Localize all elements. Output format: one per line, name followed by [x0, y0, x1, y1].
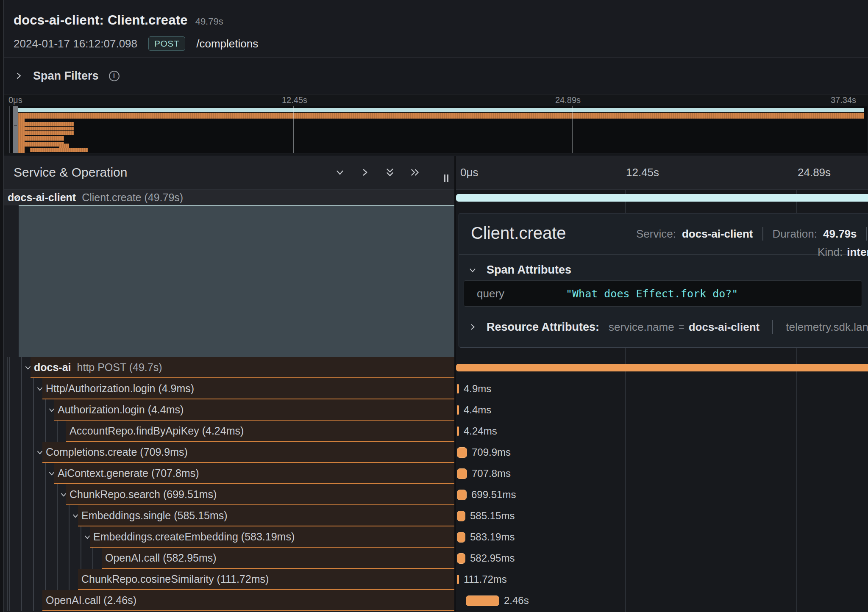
- chevron-down-icon[interactable]: [47, 469, 56, 478]
- span-tree-header: Service & Operation: [4, 156, 454, 190]
- span-operation-name: Authorization.login (4.4ms): [58, 404, 184, 416]
- span-row-surface[interactable]: Http/Authorization.login (4.9ms): [42, 378, 454, 399]
- span-duration-bar[interactable]: [457, 511, 465, 521]
- span-attribute-row[interactable]: query "What does Effect.fork do?": [464, 280, 862, 307]
- span-row-surface[interactable]: AiContext.generate (707.8ms): [54, 463, 454, 484]
- minimap-drag-handle[interactable]: [13, 106, 18, 153]
- span-operation-name: OpenAI.call (582.95ms): [105, 552, 217, 564]
- chevron-down-icon[interactable]: [24, 363, 32, 372]
- span-duration-bar[interactable]: [457, 426, 459, 436]
- chevron-down-icon[interactable]: [12, 194, 20, 202]
- timeline-row[interactable]: 582.95ms: [456, 548, 868, 569]
- span-tree-row[interactable]: ChunkRepo.cosineSimilarity (111.72ms): [4, 569, 454, 590]
- timeline-row[interactable]: [456, 190, 868, 205]
- panel-resize-handle[interactable]: [444, 174, 448, 182]
- chevron-down-icon[interactable]: [47, 406, 56, 414]
- timeline-row[interactable]: 2.46s: [456, 590, 868, 611]
- span-row-surface[interactable]: Completions.create (709.9ms): [42, 442, 454, 463]
- span-row-surface[interactable]: Embeddings.createEmbedding (583.19ms): [90, 526, 454, 548]
- chevron-down-icon[interactable]: [36, 385, 44, 393]
- expand-all-icon[interactable]: [409, 167, 420, 178]
- span-row-surface[interactable]: ChunkRepo.cosineSimilarity (111.72ms): [78, 569, 454, 590]
- timeline-row[interactable]: 4.4ms: [456, 399, 868, 421]
- span-tree-row[interactable]: OpenAI.call (582.95ms): [4, 548, 454, 569]
- resource-attributes-title[interactable]: Resource Attributes:: [487, 321, 599, 334]
- span-detail-title: Client.create: [471, 224, 566, 243]
- span-tree-row[interactable]: AccountRepo.findByApiKey (4.24ms): [4, 421, 454, 442]
- duration-value: 49.79s: [823, 227, 857, 241]
- timeline-row[interactable]: 699.51ms: [456, 484, 868, 505]
- collapse-one-icon[interactable]: [334, 167, 345, 178]
- span-filters-section[interactable]: Span Filters i: [4, 58, 868, 94]
- span-operation-name: Client.create (49.79s): [82, 191, 183, 204]
- span-row-surface[interactable]: OpenAI.call (2.46s): [42, 590, 454, 611]
- timeline-row[interactable]: 4.24ms: [456, 421, 868, 442]
- expanded-span-area: [4, 205, 454, 357]
- span-duration-label: 707.8ms: [472, 468, 511, 479]
- span-duration-bar[interactable]: [457, 405, 459, 415]
- chevron-right-icon[interactable]: [468, 322, 477, 332]
- span-tree-row[interactable]: Completions.create (709.9ms): [4, 442, 454, 463]
- service-operation-title: Service & Operation: [14, 165, 127, 180]
- span-tree-row[interactable]: OpenAI.call (2.46s): [4, 590, 454, 611]
- span-row-surface[interactable]: ChunkRepo.search (699.51ms): [66, 484, 454, 505]
- minimap-span-bar: [18, 113, 864, 119]
- span-duration-bar[interactable]: [457, 384, 459, 393]
- span-tree-row[interactable]: docs-ai http POST (49.7s): [4, 357, 454, 378]
- span-tree-row[interactable]: docs-ai-client Client.create (49.79s): [4, 190, 454, 205]
- minimap-span-bar: [25, 136, 64, 141]
- attribute-key: query: [477, 287, 566, 300]
- chevron-down-icon[interactable]: [83, 533, 92, 541]
- span-tree-row[interactable]: ChunkRepo.search (699.51ms): [4, 484, 454, 505]
- timeline-row[interactable]: 583.19ms: [456, 526, 868, 548]
- timeline-row[interactable]: 709.9ms: [456, 442, 868, 463]
- span-tree-row[interactable]: Embeddings.createEmbedding (583.19ms): [4, 526, 454, 548]
- timeline-row[interactable]: 585.15ms: [456, 505, 868, 526]
- span-row-surface[interactable]: Authorization.login (4.4ms): [54, 399, 454, 421]
- span-duration-bar[interactable]: [456, 364, 868, 371]
- span-duration-bar[interactable]: [457, 532, 465, 543]
- span-duration-label: 583.19ms: [470, 531, 515, 543]
- chevron-down-icon[interactable]: [36, 448, 44, 457]
- span-duration-bar[interactable]: [457, 575, 459, 584]
- span-duration-bar[interactable]: [457, 490, 467, 500]
- span-row-surface[interactable]: Embeddings.single (585.15ms): [78, 505, 454, 526]
- duration-label: Duration:: [773, 227, 818, 241]
- minimap-tick: 24.89s: [555, 95, 581, 105]
- span-duration-bar[interactable]: [457, 553, 465, 564]
- collapse-all-icon[interactable]: [384, 167, 395, 178]
- info-icon[interactable]: i: [109, 71, 120, 81]
- span-tree-row[interactable]: Embeddings.single (585.15ms): [4, 505, 454, 526]
- chevron-down-icon[interactable]: [59, 490, 68, 499]
- expand-one-icon[interactable]: [359, 167, 370, 178]
- expanded-span-surface[interactable]: [19, 205, 454, 357]
- span-tree-row[interactable]: AiContext.generate (707.8ms): [4, 463, 454, 484]
- minimap-span-bar: [25, 122, 74, 126]
- chevron-down-icon[interactable]: [71, 512, 80, 520]
- timeline-row[interactable]: [456, 357, 868, 378]
- span-duration-bar[interactable]: [466, 595, 499, 606]
- trace-minimap: 0μs12.45s24.89s37.34s: [4, 94, 868, 155]
- span-row-surface[interactable]: docs-ai http POST (49.7s): [31, 357, 454, 378]
- span-row-surface[interactable]: docs-ai-client Client.create (49.79s): [4, 190, 454, 205]
- span-tree-row[interactable]: Authorization.login (4.4ms): [4, 399, 454, 421]
- indent-guides: [4, 569, 78, 590]
- span-duration-bar[interactable]: [457, 447, 467, 458]
- equals-sign: =: [679, 321, 684, 333]
- timeline-row[interactable]: 4.9ms: [456, 378, 868, 399]
- span-duration-bar[interactable]: [457, 468, 467, 479]
- minimap-gridline: [293, 106, 294, 153]
- chevron-right-icon[interactable]: [14, 71, 24, 81]
- request-path: /completions: [196, 37, 258, 50]
- span-filters-label: Span Filters: [33, 69, 99, 83]
- span-duration-bar[interactable]: [456, 194, 868, 202]
- timeline-row[interactable]: 707.8ms: [456, 463, 868, 484]
- minimap-root-span-bar: [18, 108, 864, 112]
- span-tree-row[interactable]: Http/Authorization.login (4.9ms): [4, 378, 454, 399]
- span-attributes-toggle[interactable]: Span Attributes: [468, 263, 571, 277]
- timeline-row[interactable]: 111.72ms: [456, 569, 868, 590]
- span-row-surface[interactable]: AccountRepo.findByApiKey (4.24ms): [66, 421, 454, 442]
- span-service-name: docs-ai: [34, 361, 71, 374]
- minimap-canvas[interactable]: [9, 106, 867, 153]
- span-row-surface[interactable]: OpenAI.call (582.95ms): [102, 548, 454, 569]
